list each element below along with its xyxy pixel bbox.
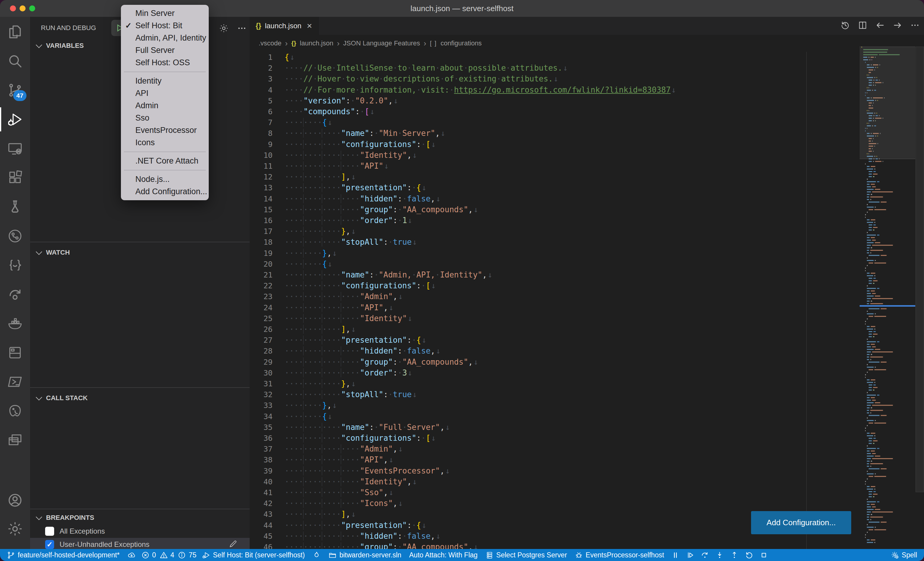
- activity-remote-explorer[interactable]: [0, 134, 30, 163]
- menu-item-self-host-bit[interactable]: ✓Self Host: Bit: [121, 19, 209, 32]
- breadcrumb-separator: ›: [423, 39, 426, 48]
- breadcrumb-item[interactable]: launch.json: [300, 39, 333, 47]
- status-label: 4: [171, 551, 174, 559]
- line-number: 6: [250, 106, 273, 117]
- activity-git-graph[interactable]: [0, 221, 30, 250]
- status-debug-stop[interactable]: [756, 549, 771, 561]
- tab-launch-json[interactable]: {} launch.json ×: [250, 17, 318, 35]
- breadcrumb: .vscode›{}launch.json›JSON Language Feat…: [250, 35, 924, 52]
- menu-item-api[interactable]: API: [121, 87, 209, 100]
- breadcrumb-item[interactable]: configurations: [441, 39, 482, 47]
- status-info-circle[interactable]: 75: [176, 549, 198, 561]
- status-debug-pause[interactable]: [668, 549, 683, 561]
- add-configuration-button[interactable]: Add Configuration...: [751, 511, 851, 534]
- code-editor[interactable]: 1{↓2····//·Use·IntelliSense·to·learn·abo…: [250, 52, 860, 549]
- debug-continue-icon: [686, 551, 694, 559]
- menu-item-eventsprocessor[interactable]: EventsProcessor: [121, 124, 209, 136]
- watch-section-header[interactable]: WATCH: [30, 246, 250, 259]
- edit-pencil-icon[interactable]: [229, 539, 238, 550]
- menu-item-full-server[interactable]: Full Server: [121, 44, 209, 57]
- menu-item-admin-api-identity[interactable]: Admin, API, Identity: [121, 32, 209, 44]
- line-number: 10: [250, 150, 273, 161]
- close-tab-icon[interactable]: ×: [307, 21, 312, 30]
- views-more-actions-icon[interactable]: [237, 24, 247, 34]
- breakpoint-row[interactable]: All Exceptions: [30, 525, 250, 538]
- json-file-icon: {}: [256, 22, 261, 30]
- activity-container[interactable]: [0, 338, 30, 367]
- status-error-circle[interactable]: 0: [140, 549, 158, 561]
- status-debug-step-over[interactable]: [698, 549, 712, 561]
- folder-icon: [328, 551, 337, 559]
- activity-live-share[interactable]: [0, 280, 30, 309]
- menu-item-identity[interactable]: Identity: [121, 75, 209, 87]
- menu-item-icons[interactable]: Icons: [121, 136, 209, 149]
- activity-accounts[interactable]: [0, 486, 30, 515]
- menu-item-label: Node.js...: [135, 175, 170, 184]
- activity-search[interactable]: [0, 46, 30, 75]
- menu-separator: [124, 72, 206, 72]
- status-debug-restart[interactable]: [742, 549, 756, 561]
- activity-settings[interactable]: [0, 515, 30, 543]
- line-number: 24: [250, 302, 273, 313]
- activity-source-control[interactable]: 47: [0, 76, 30, 105]
- activity-explorer[interactable]: [0, 18, 30, 46]
- line-number: 37: [250, 443, 273, 455]
- menu-item-node-js[interactable]: Node.js...: [121, 173, 209, 186]
- activity-brackets[interactable]: [0, 251, 30, 280]
- status-debug-step-out[interactable]: [727, 549, 742, 561]
- debug-settings-gear-icon[interactable]: [219, 24, 229, 34]
- activity-docker[interactable]: [0, 309, 30, 338]
- menu-item-admin[interactable]: Admin: [121, 100, 209, 112]
- checked-checkbox[interactable]: ✓: [45, 540, 54, 549]
- timeline-icon[interactable]: [840, 21, 850, 31]
- activity-postgresql[interactable]: [0, 396, 30, 425]
- line-number: 41: [250, 487, 273, 498]
- line-number: 7: [250, 117, 273, 128]
- menu-item-min-server[interactable]: Min Server: [121, 7, 209, 19]
- menu-item-sso[interactable]: Sso: [121, 112, 209, 124]
- menu-item-net-core-attach[interactable]: .NET Core Attach: [121, 155, 209, 167]
- editor-scrollbar[interactable]: [916, 46, 923, 543]
- status-label: feature/self-hosted-development*: [18, 551, 120, 559]
- status-flame[interactable]: [309, 549, 324, 561]
- minimap-viewport[interactable]: [860, 46, 915, 159]
- status-cloud-upload[interactable]: [124, 549, 140, 561]
- menu-item-label: Admin: [135, 101, 159, 110]
- activity-extensions[interactable]: [0, 163, 30, 192]
- status-database[interactable]: Select Postgres Server: [482, 549, 571, 561]
- status-debug-start[interactable]: Self Host: Bit (server-selfhost): [198, 549, 309, 561]
- status-debug-step-into[interactable]: [712, 549, 727, 561]
- debug-step-out-icon: [730, 551, 738, 559]
- activity-run-and-debug[interactable]: [0, 105, 30, 134]
- activity-powershell[interactable]: [0, 367, 30, 396]
- code-line: 32············"stopAll":·true↓: [250, 389, 860, 400]
- breadcrumb-item[interactable]: .vscode: [259, 39, 282, 47]
- status-auto-attach-with-flag[interactable]: Auto Attach: With Flag: [405, 549, 482, 561]
- split-editor-icon[interactable]: [858, 21, 867, 31]
- status-git-branch[interactable]: feature/self-hosted-development*: [3, 549, 124, 561]
- status-folder[interactable]: bitwarden-server.sln: [324, 549, 405, 561]
- menu-item-add-configuration[interactable]: Add Configuration...: [121, 186, 209, 198]
- code-line: 1{↓: [250, 52, 860, 63]
- activity-windows[interactable]: [0, 426, 30, 455]
- status-bug[interactable]: EventsProcessor-selfhost: [571, 549, 668, 561]
- status-debug-continue[interactable]: [683, 549, 698, 561]
- breadcrumb-item[interactable]: JSON Language Features: [343, 39, 420, 47]
- line-number: 9: [250, 139, 273, 150]
- menu-item-self-host-oss[interactable]: Self Host: OSS: [121, 57, 209, 69]
- call-stack-section-header[interactable]: CALL STACK: [30, 392, 250, 405]
- navigate-forward-icon[interactable]: [893, 21, 902, 31]
- activity-testing[interactable]: [0, 192, 30, 221]
- navigate-back-icon[interactable]: [875, 21, 885, 31]
- breakpoints-section-header[interactable]: BREAKPOINTS: [30, 511, 250, 524]
- menu-separator: [124, 170, 206, 171]
- line-number: 21: [250, 269, 273, 280]
- unchecked-checkbox[interactable]: [45, 527, 54, 536]
- more-actions-icon[interactable]: [910, 21, 920, 31]
- menu-item-label: Full Server: [135, 46, 175, 55]
- code-line: 10················"Identity",↓: [250, 150, 860, 161]
- status-spell-gear[interactable]: Spell: [887, 549, 921, 561]
- flame-icon: [312, 551, 321, 559]
- status-warning-triangle[interactable]: 4: [158, 549, 176, 561]
- debug-pause-icon: [671, 551, 680, 559]
